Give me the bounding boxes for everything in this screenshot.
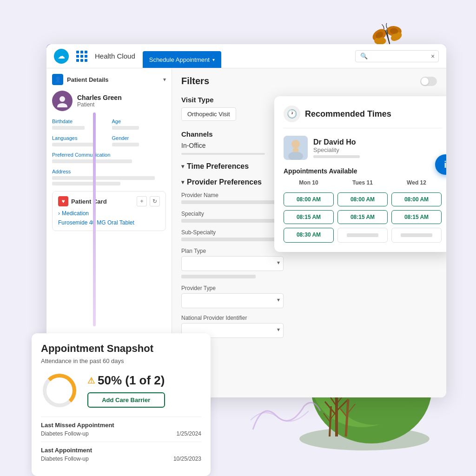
plan-type-select[interactable]: [181, 256, 284, 271]
doctor-specialty: Speciality: [313, 146, 360, 153]
salesforce-logo: ☁: [54, 49, 69, 64]
field-row-1: Birthdate Age: [52, 119, 166, 130]
languages-field: Languages: [52, 135, 106, 146]
address-value: [52, 176, 155, 180]
time-slot-wed-1[interactable]: 08:00 AM: [391, 192, 442, 206]
languages-value: [52, 143, 95, 146]
stats-percentage: ⚠ 50% (1 of 2): [87, 373, 165, 388]
visit-type-chip[interactable]: Orthopedic Visit: [181, 107, 236, 121]
svg-point-3: [390, 30, 403, 43]
filters-title: Filters: [181, 76, 209, 86]
doctor-info: Dr David Ho Speciality: [313, 138, 360, 158]
provider-type-field: Provider Type: [181, 285, 437, 308]
doctor-specialty-bar: [313, 155, 360, 158]
donut-svg: [41, 372, 78, 409]
schedule-appointment-tab[interactable]: Schedule Appointment ▾: [143, 51, 221, 68]
patient-info: Charles Green Patient: [77, 94, 122, 108]
nav-bar: ☁ Health Cloud Schedule Appointment ▾ 🔍 …: [46, 44, 446, 68]
heart-icon: ♥: [58, 196, 68, 206]
svg-line-27: [324, 413, 331, 423]
field-row-2: Languages Gender: [52, 135, 166, 146]
filters-header: Filters: [181, 76, 437, 86]
patient-details-title: 👤 Patient Details: [52, 74, 109, 85]
clock-icon: 🕐: [284, 106, 300, 122]
time-slot-tue-1[interactable]: 08:00 AM: [337, 192, 388, 206]
search-box[interactable]: 🔍 ×: [355, 50, 439, 62]
svg-point-6: [299, 427, 430, 450]
donut-chart: [41, 372, 78, 409]
svg-line-26: [330, 406, 331, 436]
svg-point-2: [386, 26, 402, 37]
patient-details-header: 👤 Patient Details ▾: [52, 74, 166, 85]
svg-rect-34: [293, 148, 298, 152]
last-appt-detail: Diabetes Follow-up 10/25/2023: [41, 456, 201, 462]
popup-title: Recommended Times: [305, 109, 391, 119]
close-icon[interactable]: ×: [431, 53, 435, 60]
last-appointment-row: Last Appointment Diabetes Follow-up 10/2…: [41, 442, 201, 467]
snapshot-title: Appointment Snapshot: [41, 343, 201, 355]
patient-profile: Charles Green Patient: [52, 91, 166, 111]
doctor-name: Dr David Ho: [313, 138, 360, 146]
preferred-comm-field: Preferred Communication: [52, 152, 166, 163]
patient-name: Charles Green: [77, 94, 122, 101]
svg-point-29: [60, 96, 65, 102]
day-label-tue: Tues 11: [337, 179, 388, 186]
doctor-avatar: [284, 136, 308, 160]
provider-type-select-wrapper: [181, 293, 284, 308]
age-field: Age: [112, 119, 166, 130]
gender-value: [112, 143, 139, 146]
appointments-available-label: Appointments Available: [284, 167, 442, 175]
preferred-comm-value: [52, 159, 132, 163]
avatar-icon: [56, 94, 69, 107]
scribble-decoration: [248, 392, 323, 439]
search-icon: 🔍: [360, 53, 368, 60]
svg-point-5: [390, 28, 398, 34]
svg-point-32: [291, 140, 300, 148]
patient-card-section: ♥ Patient Card + ↻ › Medication Furosemi…: [52, 191, 166, 231]
svg-line-19: [325, 402, 337, 416]
svg-line-28: [331, 411, 337, 419]
refresh-button[interactable]: ↻: [150, 196, 160, 206]
appointments-grid: Mon 10 Tues 11 Wed 12 08:00 AM 08:00 AM …: [284, 179, 442, 243]
provider-preferences-label: Provider Preferences: [187, 178, 262, 186]
avatar: [52, 91, 73, 111]
last-missed-detail: Diabetes Follow-up 1/25/2024: [41, 430, 201, 437]
time-slot-tue-3: [337, 228, 388, 243]
medication-name[interactable]: Furosemide 40 MG Oral Tablet: [58, 219, 160, 226]
app-launcher[interactable]: [76, 51, 87, 62]
patient-card-title: ♥ Patient Card: [58, 196, 107, 206]
address-field: Address: [52, 169, 166, 185]
filters-toggle[interactable]: [420, 77, 437, 86]
chevron-down-icon: ▾: [212, 57, 215, 62]
time-slot-wed-2[interactable]: 08:15 AM: [391, 210, 442, 224]
day-label-wed: Wed 12: [391, 179, 442, 186]
patient-card-header: ♥ Patient Card + ↻: [58, 196, 160, 206]
add-care-barrier-button[interactable]: Add Care Barrier: [87, 392, 165, 408]
doctor-avatar-image: [284, 136, 308, 160]
age-value: [112, 126, 139, 130]
sub-specialty-bar: [181, 238, 284, 241]
time-slot-mon-1[interactable]: 08:00 AM: [284, 192, 334, 206]
channel-bar: [181, 153, 265, 155]
time-slot-mon-2[interactable]: 08:15 AM: [284, 210, 334, 224]
patient-icon: 👤: [52, 74, 63, 85]
app-name: Health Cloud: [95, 52, 135, 60]
snapshot-subtitle: Attendance in the past 60 days: [41, 357, 201, 364]
time-slot-tue-2[interactable]: 08:15 AM: [337, 210, 388, 224]
patient-role: Patient: [77, 101, 122, 108]
provider-type-select[interactable]: [181, 293, 284, 308]
sidebar-accent: [93, 112, 96, 326]
svg-line-23: [346, 399, 348, 436]
time-slot-wed-3: [391, 228, 442, 243]
recommended-times-popup: 🕐 Recommended Times Dr David Ho: [274, 96, 446, 252]
search-input[interactable]: [370, 53, 426, 60]
popup-header: 🕐 Recommended Times: [284, 106, 442, 128]
time-slot-mon-3[interactable]: 08:30 AM: [284, 228, 334, 243]
svg-point-4: [374, 30, 384, 40]
birthdate-value: [52, 126, 85, 130]
medication-label: › Medication: [58, 210, 160, 217]
last-missed-appointment-row: Last Missed Appointment Diabetes Follow-…: [41, 416, 201, 442]
specialty-bar: [181, 219, 284, 223]
add-button[interactable]: +: [137, 196, 147, 206]
section-chevron-icon[interactable]: ▾: [163, 76, 166, 83]
